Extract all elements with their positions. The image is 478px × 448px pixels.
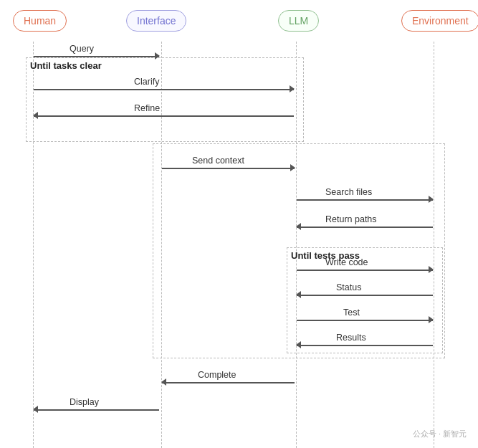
- main-sequence-box: [153, 143, 445, 358]
- arrow-refine-label: Refine: [134, 103, 160, 113]
- actor-llm-label: LLM: [289, 15, 308, 27]
- arrow-return-paths-label: Return paths: [325, 214, 377, 224]
- arrow-display-label: Display: [70, 397, 99, 407]
- sequence-diagram: Human Interface LLM Environment Until ta…: [0, 0, 478, 448]
- watermark-text: 公众号 · 新智元: [413, 429, 467, 438]
- arrow-return-paths: Return paths: [297, 221, 433, 233]
- arrow-query-label: Query: [70, 44, 94, 54]
- arrow-refine: Refine: [34, 110, 294, 122]
- actor-interface-label: Interface: [137, 15, 176, 27]
- actor-environment: Environment: [401, 10, 478, 32]
- arrow-test: Test: [297, 315, 433, 326]
- arrow-status: Status: [297, 290, 433, 301]
- arrow-complete-label: Complete: [198, 370, 236, 380]
- arrow-search-files: Search files: [297, 194, 433, 206]
- actor-environment-label: Environment: [412, 15, 469, 27]
- arrow-query: Query: [34, 51, 159, 62]
- arrow-clarify-label: Clarify: [134, 77, 159, 87]
- arrow-results-label: Results: [336, 333, 366, 343]
- arrow-test-label: Test: [343, 308, 360, 318]
- arrow-clarify: Clarify: [34, 84, 294, 95]
- arrow-display: Display: [34, 404, 159, 416]
- actor-llm: LLM: [278, 10, 319, 32]
- arrow-complete: Complete: [162, 377, 295, 389]
- actor-human: Human: [13, 10, 67, 32]
- arrow-search-files-label: Search files: [325, 187, 372, 197]
- arrow-write-code: Write code: [297, 264, 433, 276]
- arrow-write-code-label: Write code: [325, 257, 368, 267]
- watermark: 公众号 · 新智元: [413, 429, 467, 439]
- arrow-status-label: Status: [336, 282, 361, 292]
- arrow-send-context-label: Send context: [192, 156, 244, 166]
- actor-interface: Interface: [126, 10, 186, 32]
- arrow-results: Results: [297, 340, 433, 351]
- actor-human-label: Human: [24, 15, 56, 27]
- arrow-send-context: Send context: [162, 163, 295, 174]
